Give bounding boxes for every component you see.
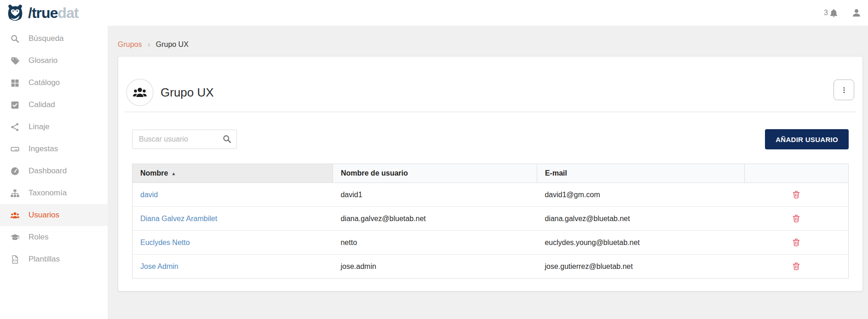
trash-icon (792, 214, 801, 223)
gauge-icon (10, 166, 20, 176)
users-group-icon (132, 85, 147, 100)
sidebar-item[interactable]: Taxonomía (0, 182, 108, 204)
search-icon (222, 134, 232, 144)
search-box (132, 130, 237, 149)
delete-user-button[interactable] (791, 213, 802, 224)
user-name-link[interactable]: Diana Galvez Arambilet (140, 215, 217, 222)
sidebar-item[interactable]: Ingestas (0, 138, 108, 160)
user-name-link[interactable]: Euclydes Netto (140, 239, 190, 246)
delete-user-button[interactable] (791, 261, 802, 272)
sidebar-item-label: Dashboard (29, 166, 67, 176)
table-toolbar: AÑADIR USUARIO (132, 129, 849, 149)
sidebar-item-label: Calidad (29, 100, 55, 109)
notification-count: 3 (824, 9, 828, 17)
user-username-cell: netto (333, 231, 537, 255)
app-root: /truedat 3 Búsqueda Glosa (0, 0, 868, 319)
users-table: Nombre▲ Nombre de usuario E-mail (132, 164, 849, 279)
sidebar-item[interactable]: Usuarios (0, 204, 108, 226)
sidebar-item-label: Usuarios (29, 211, 59, 220)
user-username-cell: jose.admin (333, 255, 537, 279)
sidebar-item-label: Roles (29, 233, 48, 242)
column-header-username[interactable]: Nombre de usuario (333, 164, 537, 183)
file-code-icon (10, 255, 20, 264)
delete-user-button[interactable] (791, 189, 802, 200)
sort-asc-icon: ▲ (171, 171, 176, 176)
user-email-cell: diana.galvez@bluetab.net (537, 207, 745, 231)
group-avatar (126, 79, 154, 106)
sidebar-item[interactable]: Plantillas (0, 248, 108, 270)
users-table-body: david david1 david1@gm.com (132, 183, 849, 279)
sidebar-item[interactable]: Búsqueda (0, 28, 108, 50)
sidebar-item-label: Ingestas (29, 144, 58, 154)
sidebar-item-label: Catálogo (29, 78, 60, 87)
topbar-actions: 3 (824, 8, 868, 18)
column-header-actions (745, 164, 849, 183)
sidebar-item-label: Plantillas (29, 255, 60, 264)
notifications-button[interactable]: 3 (824, 8, 839, 18)
breadcrumb-link-grupos[interactable]: Grupos (118, 40, 142, 48)
card-divider (125, 112, 856, 112)
users-table-head: Nombre▲ Nombre de usuario E-mail (132, 164, 849, 183)
content-area: Grupos › Grupo UX Grupo UX (108, 26, 868, 319)
user-name-link[interactable]: david (140, 191, 158, 199)
column-header-nombre[interactable]: Nombre▲ (132, 164, 333, 183)
group-card-header: Grupo UX (118, 57, 862, 112)
sitemap-icon (10, 188, 20, 198)
user-email-cell: david1@gm.com (537, 183, 745, 207)
sidebar-item[interactable]: Roles (0, 226, 108, 248)
sidebar-nav: Búsqueda Glosario Catálogo Calidad (0, 26, 108, 319)
sidebar-item-label: Linaje (29, 122, 49, 131)
top-bar: /truedat 3 (0, 0, 868, 26)
user-username-cell: david1 (333, 183, 537, 207)
owl-logo-icon (6, 3, 25, 23)
sidebar-item-label: Búsqueda (29, 34, 64, 43)
group-card-body: AÑADIR USUARIO Nombre▲ Nombre de usuario… (118, 129, 862, 279)
breadcrumb-current: Grupo UX (156, 40, 189, 48)
brand-name: /truedat (28, 6, 78, 20)
sidebar-item-label: Glosario (29, 56, 57, 65)
sidebar-item-label: Taxonomía (29, 188, 67, 198)
sidebar-item[interactable]: Linaje (0, 116, 108, 138)
sidebar-item[interactable]: Catálogo (0, 72, 108, 94)
table-row: Euclydes Netto netto euclydes.young@blue… (132, 231, 849, 255)
users-icon (10, 211, 20, 220)
grid-icon (10, 78, 20, 88)
table-row: Diana Galvez Arambilet diana.galvez@blue… (132, 207, 849, 231)
user-username-cell: diana.galvez@bluetab.net (333, 207, 537, 231)
user-email-cell: euclydes.young@bluetab.net (537, 231, 745, 255)
delete-user-button[interactable] (791, 237, 802, 248)
trash-icon (792, 238, 801, 247)
search-input[interactable] (132, 130, 237, 149)
add-user-button[interactable]: AÑADIR USUARIO (765, 129, 849, 149)
tags-icon (10, 56, 20, 66)
user-name-link[interactable]: Jose Admin (140, 262, 178, 270)
check-square-icon (10, 100, 20, 110)
kebab-menu-icon (840, 86, 848, 94)
group-options-button[interactable] (834, 80, 854, 100)
page-title: Grupo UX (161, 85, 214, 100)
breadcrumb-separator: › (148, 40, 150, 48)
server-icon (10, 144, 20, 154)
main-layout: Búsqueda Glosario Catálogo Calidad (0, 26, 868, 319)
search-icon (10, 34, 20, 44)
person-icon (851, 8, 862, 18)
breadcrumb: Grupos › Grupo UX (118, 40, 863, 49)
user-email-cell: jose.gutierrez@bluetab.net (537, 255, 745, 279)
table-row: Jose Admin jose.admin jose.gutierrez@blu… (132, 255, 849, 279)
sidebar-item[interactable]: Dashboard (0, 160, 108, 182)
trash-icon (792, 190, 801, 199)
user-menu-button[interactable] (851, 8, 862, 18)
table-row: david david1 david1@gm.com (132, 183, 849, 207)
group-card: Grupo UX AÑADIR USUARIO (118, 56, 863, 291)
graduation-cap-icon (10, 233, 20, 242)
truedat-logo[interactable]: /truedat (0, 3, 78, 23)
bell-icon (829, 8, 839, 18)
brand-name-primary: /true (28, 5, 57, 21)
share-icon (10, 122, 20, 132)
sidebar-item[interactable]: Glosario (0, 50, 108, 72)
sidebar-item[interactable]: Calidad (0, 94, 108, 116)
brand-name-secondary: dat (57, 5, 78, 21)
column-header-email[interactable]: E-mail (537, 164, 745, 183)
trash-icon (792, 262, 801, 271)
